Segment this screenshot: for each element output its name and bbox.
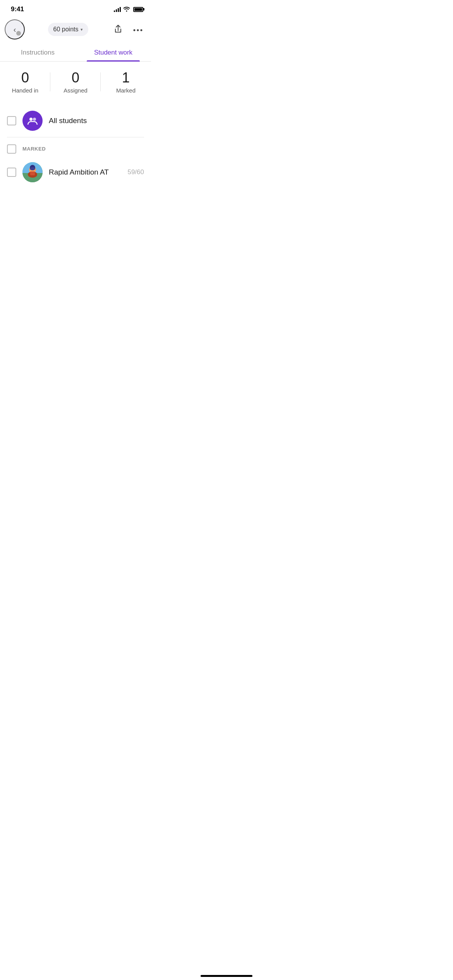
marked-section-checkbox[interactable] <box>7 144 16 154</box>
marked-number: 1 <box>101 70 151 86</box>
svg-point-11 <box>30 167 35 170</box>
content: All students MARKED Rapid Ambition AT 59… <box>0 101 151 192</box>
student-score: 59/60 <box>127 168 144 176</box>
all-students-label: All students <box>49 117 87 125</box>
handed-in-number: 0 <box>0 70 50 86</box>
svg-point-2 <box>141 29 142 31</box>
chevron-down-icon: ▾ <box>81 27 83 32</box>
svg-point-4 <box>33 118 36 121</box>
student-name: Rapid Ambition AT <box>49 168 121 176</box>
max-score: 60 <box>137 168 144 176</box>
svg-point-1 <box>137 29 139 31</box>
share-button[interactable] <box>112 22 125 37</box>
student-checkbox[interactable] <box>7 168 16 177</box>
svg-rect-9 <box>30 171 35 175</box>
wifi-icon <box>123 6 130 13</box>
section-marked-header: MARKED <box>0 137 151 157</box>
status-icons <box>114 6 143 13</box>
header: ‹ 60 points ▾ <box>0 16 151 43</box>
tabs: Instructions Student work <box>0 43 151 62</box>
back-chevron-icon: ‹ <box>14 25 16 34</box>
all-students-avatar <box>22 111 43 131</box>
signal-icon <box>114 7 121 12</box>
battery-icon <box>133 7 143 12</box>
handed-in-label: Handed in <box>0 87 50 94</box>
stat-handed-in: 0 Handed in <box>0 70 50 94</box>
table-row[interactable]: Rapid Ambition AT 59/60 <box>0 157 151 188</box>
tab-instructions[interactable]: Instructions <box>0 43 76 61</box>
assigned-number: 0 <box>50 70 101 86</box>
marked-section-label: MARKED <box>22 146 46 152</box>
tab-student-work[interactable]: Student work <box>76 43 151 61</box>
stat-assigned: 0 Assigned <box>50 70 101 94</box>
points-dropdown[interactable]: 60 points ▾ <box>48 23 89 36</box>
all-students-checkbox[interactable] <box>7 116 16 125</box>
svg-point-3 <box>29 118 33 121</box>
back-button[interactable]: ‹ <box>5 19 25 39</box>
points-label: 60 points <box>53 26 79 33</box>
back-dot <box>16 31 21 36</box>
header-actions <box>112 22 144 37</box>
header-center: 60 points ▾ <box>48 23 89 36</box>
svg-point-0 <box>134 29 136 31</box>
all-students-row[interactable]: All students <box>0 105 151 137</box>
status-bar: 9:41 <box>0 0 151 16</box>
assigned-label: Assigned <box>50 87 101 94</box>
marked-label: Marked <box>101 87 151 94</box>
avatar <box>22 162 43 182</box>
stats-row: 0 Handed in 0 Assigned 1 Marked <box>0 62 151 101</box>
status-time: 9:41 <box>11 5 24 13</box>
more-button[interactable] <box>132 25 144 34</box>
stat-marked: 1 Marked <box>101 70 151 94</box>
